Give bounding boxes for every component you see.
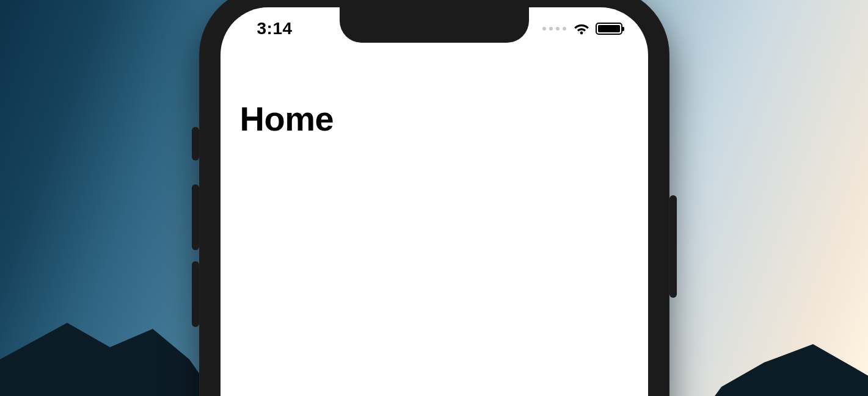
page-title: Home [240,99,629,139]
mute-switch[interactable] [192,127,199,160]
wifi-icon [574,23,589,35]
power-button[interactable] [669,195,677,298]
status-time: 3:14 [241,19,293,38]
status-icons [542,23,627,35]
battery-icon [596,23,622,35]
wallpaper-mountain-right [697,329,868,396]
phone-frame: 3:14 [199,0,669,396]
phone-body: 3:14 [199,0,669,396]
screen-content: Home [240,99,629,139]
volume-up-button[interactable] [192,184,199,250]
phone-screen: 3:14 [221,7,648,396]
svg-point-0 [580,32,583,35]
status-bar: 3:14 [221,7,648,50]
cellular-dots-icon [542,27,566,31]
volume-down-button[interactable] [192,261,199,327]
battery-fill [598,25,620,32]
